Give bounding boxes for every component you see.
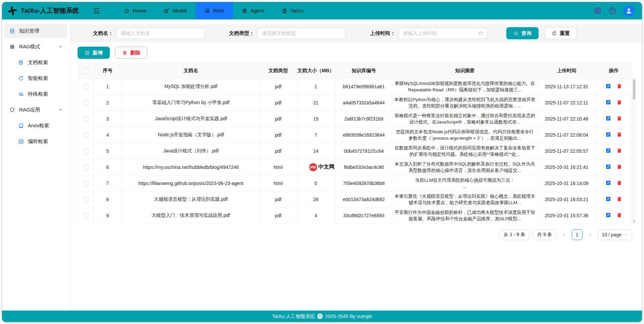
doc-summary: 本索引聚焦《大规模语言模型：从理论到实践》核心概念，系统梳理关键术语与技术要点，…	[392, 191, 538, 207]
row-checkbox-cell	[78, 95, 94, 111]
edit-icon[interactable]	[605, 115, 611, 121]
search-icon	[513, 31, 518, 36]
add-button[interactable]: 新增	[78, 47, 110, 59]
kb-id: e883558e16923644	[336, 127, 392, 143]
edit-icon[interactable]	[605, 132, 611, 137]
doc-size: 0	[296, 175, 336, 191]
pagination-page-1[interactable]: 1	[572, 229, 583, 240]
brand: TaiXu-人工智能系统	[2, 6, 79, 16]
upload-time-label: 上传时间：	[370, 30, 395, 37]
upload-time: 2025-10-31 15:57:36	[538, 207, 596, 224]
edit-icon[interactable]	[605, 212, 611, 218]
menu-item-home[interactable]: Home	[115, 2, 155, 19]
edit-icon[interactable]	[605, 99, 611, 105]
delete-icon[interactable]	[616, 148, 622, 153]
pagination-next-button[interactable]	[586, 232, 595, 237]
edit-icon[interactable]	[605, 196, 611, 202]
page-size-select[interactable]: 10 / page	[598, 229, 632, 240]
delete-icon[interactable]	[616, 132, 622, 137]
delete-icon[interactable]	[616, 83, 622, 89]
sidebar-item-文档检索[interactable]: 文档检索	[5, 55, 67, 70]
pagination-range: 从 1 - 9 条	[499, 229, 530, 240]
pagination-prev-button[interactable]	[560, 232, 568, 237]
sync-icon	[18, 76, 24, 81]
upload-time: 2025-10-31 16:03:21	[538, 191, 596, 207]
search-button[interactable]: 查询	[506, 27, 539, 39]
table-row: 4Node.js开发指南（文字版）.pdfpdf7e883558e1692364…	[78, 127, 632, 143]
menu-item-taixu[interactable]: TaiXu	[273, 2, 312, 19]
table-row: 2零基础入门学习Python by 小甲鱼.pdfpdf21a4a057332a…	[78, 95, 632, 111]
upload-time: 2025-11-07 22:05:57	[538, 143, 596, 159]
sidebar-item-编程检索[interactable]: 编程检索	[5, 134, 67, 148]
row-actions	[596, 127, 632, 143]
row-checkbox[interactable]	[83, 116, 89, 122]
upload-time-input[interactable]	[399, 28, 487, 39]
delete-icon[interactable]	[616, 212, 622, 218]
edit-icon[interactable]	[605, 180, 611, 186]
help-icon[interactable]: ?	[608, 7, 616, 15]
delete-icon[interactable]	[616, 115, 622, 121]
trash-icon	[122, 50, 127, 55]
delete-icon[interactable]	[616, 196, 622, 202]
file-search-icon	[18, 60, 24, 65]
delete-icon[interactable]	[616, 164, 622, 170]
delete-button[interactable]: 删除	[115, 47, 147, 59]
row-index: 3	[94, 111, 122, 127]
doc-type: pdf	[261, 111, 296, 127]
sidebar-item-RAG模式[interactable]: RAG模式	[5, 40, 67, 54]
doc-size: 21	[296, 95, 336, 111]
edit-icon[interactable]	[605, 83, 611, 89]
edit-icon[interactable]	[605, 164, 611, 170]
doc-size: 1	[296, 79, 336, 95]
row-checkbox[interactable]	[83, 148, 89, 154]
row-checkbox[interactable]	[83, 132, 89, 138]
row-checkbox[interactable]	[83, 197, 89, 202]
menu-fold-icon[interactable]	[93, 7, 100, 14]
doc-summary: 您提供的文本包含Node.js代码示例和错误信息。代码片段检查命令行参数长度（`…	[392, 127, 538, 143]
row-checkbox[interactable]	[83, 84, 89, 89]
table-body: 1MySQL 加锁处理分析.pdfpdf1b61479e056981a61掌握M…	[78, 79, 632, 224]
footer-suffix: 2025-2045 By xuesjie	[325, 314, 372, 319]
row-index: 4	[94, 127, 122, 143]
delete-icon[interactable]	[616, 99, 622, 105]
scrollbar-down-arrow[interactable]: ▼	[633, 220, 636, 223]
kb-id: 33cd9d2c727e6893	[336, 207, 392, 224]
search-button-label: 查询	[521, 30, 532, 37]
doc-type: pdf	[261, 95, 296, 111]
php-logo-circle: php	[309, 163, 317, 171]
doc-name-input[interactable]	[117, 28, 205, 39]
doc-name: https://my.oschina.net/hubbledb/blog/494…	[122, 159, 261, 175]
doc-size: 14	[296, 143, 336, 159]
menu-item-agent[interactable]: Agent	[233, 2, 273, 19]
table-row: 5Java设计模式（刘伟）.pdfpdf1400b45727911f1c64在数…	[78, 143, 632, 159]
home-icon	[124, 8, 130, 14]
select-all-checkbox[interactable]	[83, 68, 89, 74]
doc-type-input[interactable]	[258, 28, 346, 39]
kb-id: 2a6f13b7c9f231b9	[336, 111, 392, 127]
edit-icon[interactable]	[605, 148, 611, 153]
sidebar-item-智能检索[interactable]: 智能检索	[5, 71, 67, 85]
row-checkbox[interactable]	[83, 100, 89, 105]
menu-item-modal[interactable]: AIModal	[155, 2, 195, 19]
add-button-label: 新增	[93, 50, 103, 56]
sidebar-item-知识管理[interactable]: 知识管理	[5, 24, 67, 38]
avatar[interactable]	[623, 5, 635, 16]
table-scrollbar[interactable]: ▼	[632, 78, 636, 224]
scrollbar-thumb[interactable]	[633, 79, 635, 99]
reset-button[interactable]: 重置	[545, 27, 577, 39]
top-navbar: TaiXu-人工智能系统 HomeAIModalRAGAgentTaiXu ?	[2, 2, 642, 19]
row-checkbox[interactable]	[83, 213, 89, 218]
row-checkbox[interactable]	[83, 165, 89, 170]
column-header: 序号	[94, 63, 122, 79]
delete-icon[interactable]	[616, 180, 622, 186]
sidebar-item-label: RAG应用	[19, 107, 40, 113]
sidebar-item-Arxiv检索[interactable]: Arxiv检索	[5, 119, 67, 133]
menu-item-rag[interactable]: RAG	[196, 2, 233, 19]
gear-icon[interactable]	[594, 7, 602, 15]
doc-type: pdf	[261, 207, 296, 224]
sidebar-item-RAG应用[interactable]: RAG应用	[5, 103, 67, 117]
row-checkbox[interactable]	[83, 181, 89, 186]
sidebar-item-特殊检索[interactable]: 特殊检索	[5, 87, 67, 101]
row-checkbox-cell	[78, 207, 94, 224]
rag-icon	[204, 8, 210, 14]
